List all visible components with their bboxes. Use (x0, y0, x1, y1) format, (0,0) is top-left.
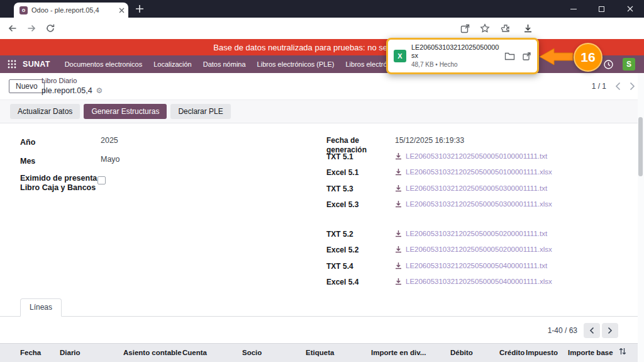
file-row: Excel 5.3 LE2060531032120250500050300001… (326, 200, 628, 217)
apps-grid-icon[interactable] (8, 60, 16, 69)
close-window-button[interactable] (616, 0, 644, 18)
downloads-icon[interactable] (523, 23, 533, 34)
forward-icon[interactable] (26, 23, 36, 33)
browser-toolbar: democontable17.solse.pe/web?cids=1&menu_… (0, 18, 644, 39)
file-name: LE2060531032120250500050400001111.xlsx (406, 278, 552, 285)
file-field-label: Excel 5.3 (326, 200, 395, 210)
record-pager-count: 1 / 1 (592, 82, 606, 91)
download-file-icon (395, 200, 402, 208)
back-icon[interactable] (8, 23, 18, 33)
minimize-button[interactable] (559, 0, 587, 18)
file-download-link[interactable]: LE2060531032120250500050200001111.xlsx (395, 246, 552, 253)
notebook-tabs: Líneas (0, 298, 638, 317)
extensions-icon[interactable] (501, 23, 511, 33)
file-download-link[interactable]: LE2060531032120250500050400001111.txt (395, 262, 547, 269)
list-previous-page-button[interactable] (584, 323, 600, 338)
bookmark-star-icon[interactable] (480, 23, 490, 33)
form-left-column: Año 2025 Mes Mayo Eximido de presenta Li… (20, 136, 184, 193)
download-file-icon (395, 262, 402, 269)
file-row: Excel 5.1 LE2060531032120250500050100001… (326, 168, 628, 184)
page-scrollbar[interactable] (638, 73, 644, 362)
file-field-label: TXT 5.4 (326, 262, 395, 271)
table-column-header[interactable]: Asiento contable (123, 349, 182, 356)
navbar-menu-item[interactable]: Localización (148, 60, 197, 68)
breadcrumb: Libro Diario ple.report.05,4 ⚙ (42, 76, 103, 95)
table-column-header[interactable]: Cuenta (182, 349, 207, 356)
download-file-icon (395, 184, 402, 192)
update-data-button[interactable]: Actualizar Datos (10, 104, 80, 119)
tab-lineas[interactable]: Líneas (20, 298, 62, 317)
navbar-menu-item[interactable]: Libros electrónicos (PLE) (252, 60, 340, 68)
table-column-header[interactable]: Impuesto (526, 349, 558, 356)
excel-file-icon: X (394, 50, 406, 62)
download-file-icon (395, 168, 402, 176)
new-record-button[interactable]: Nuevo (9, 79, 45, 93)
app-brand[interactable]: SUNAT (23, 60, 50, 69)
download-filename-line2: sx (411, 52, 499, 60)
file-name: LE2060531032120250500050100001111.txt (406, 152, 547, 160)
download-info: LE20605310321202505000050 sx 48,7 KB • H… (411, 43, 499, 69)
new-tab-button[interactable] (135, 4, 145, 14)
activity-clock-icon[interactable] (603, 59, 614, 70)
tab-close-icon[interactable] (119, 8, 125, 13)
lines-table-header: FechaDiarioAsiento contableCuentaSocioEt… (0, 343, 638, 362)
navbar-menu-item[interactable]: Datos nómina (197, 60, 252, 68)
table-column-header[interactable]: Diario (60, 349, 80, 356)
download-file-icon (395, 246, 402, 253)
tab-title: Odoo - ple.report.05,4 (31, 6, 115, 14)
form-spacer (326, 217, 628, 230)
year-value[interactable]: 2025 (101, 136, 118, 145)
list-pager: 1-40 / 63 (548, 323, 618, 338)
record-name: ple.report.05,4 (42, 86, 92, 95)
download-file-icon (395, 152, 402, 160)
file-row: TXT 5.4 LE206053103212025050005040000111… (326, 262, 628, 278)
annotation-step-badge: 16 (574, 43, 602, 72)
file-download-link[interactable]: LE2060531032120250500050400001111.xlsx (395, 278, 552, 285)
optional-columns-icon[interactable] (618, 347, 627, 356)
show-in-folder-icon[interactable] (504, 52, 515, 61)
maximize-button[interactable] (587, 0, 616, 18)
file-download-link[interactable]: LE2060531032120250500050100001111.txt (395, 152, 547, 160)
table-column-header[interactable]: Crédito (499, 349, 525, 356)
file-download-link[interactable]: LE2060531032120250500050300001111.xlsx (395, 200, 552, 208)
table-column-header[interactable]: Débito (450, 349, 473, 356)
generate-structures-button[interactable]: Generar Estructuras (84, 104, 167, 119)
table-column-header[interactable]: Etiqueta (306, 349, 334, 356)
declare-ple-button[interactable]: Declarar PLE (170, 104, 230, 119)
record-settings-gear-icon[interactable]: ⚙ (96, 86, 103, 95)
month-value[interactable]: Mayo (101, 155, 120, 164)
download-bubble[interactable]: X LE20605310321202505000050 sx 48,7 KB •… (386, 38, 539, 74)
next-record-icon[interactable] (630, 82, 635, 91)
year-label: Año (20, 138, 35, 147)
table-column-header[interactable]: Socio (242, 349, 262, 356)
file-field-label: Excel 5.1 (326, 168, 395, 178)
window-controls (559, 0, 644, 18)
user-avatar[interactable]: S (623, 58, 635, 71)
list-next-page-button[interactable] (602, 323, 618, 338)
previous-record-icon[interactable] (615, 82, 621, 91)
share-icon[interactable] (460, 23, 470, 34)
month-label: Mes (20, 157, 35, 166)
reload-icon[interactable] (45, 23, 55, 33)
file-name: LE2060531032120250500050200001111.txt (406, 230, 547, 237)
download-filename-line1: LE20605310321202505000050 (411, 43, 499, 52)
table-column-header[interactable]: Fecha (20, 349, 41, 356)
table-column-header[interactable]: Importe en div... (371, 349, 426, 356)
file-name: LE2060531032120250500050300001111.xlsx (406, 200, 552, 208)
form-right-column: Fecha de generación 15/12/2025 16:19:33 … (326, 136, 628, 294)
control-panel: Nuevo Libro Diario ple.report.05,4 ⚙ 1 /… (0, 73, 644, 99)
open-file-icon[interactable] (522, 52, 531, 61)
browser-tab[interactable]: o Odoo - ple.report.05,4 (14, 3, 128, 18)
file-field-label: TXT 5.3 (326, 184, 395, 194)
exempt-checkbox[interactable] (97, 176, 106, 184)
file-name: LE2060531032120250500050200001111.xlsx (406, 246, 552, 253)
scrollbar-thumb[interactable] (638, 117, 643, 176)
table-column-header[interactable]: Importe base (568, 349, 613, 356)
file-download-link[interactable]: LE2060531032120250500050200001111.txt (395, 230, 547, 237)
breadcrumb-parent[interactable]: Libro Diario (42, 76, 103, 85)
file-download-link[interactable]: LE2060531032120250500050300001111.txt (395, 184, 547, 192)
file-name: LE2060531032120250500050100001111.xlsx (406, 168, 552, 176)
file-field-label: Excel 5.2 (326, 246, 395, 255)
file-download-link[interactable]: LE2060531032120250500050100001111.xlsx (395, 168, 552, 176)
navbar-menu-item[interactable]: Documentos electronicos (59, 60, 148, 68)
